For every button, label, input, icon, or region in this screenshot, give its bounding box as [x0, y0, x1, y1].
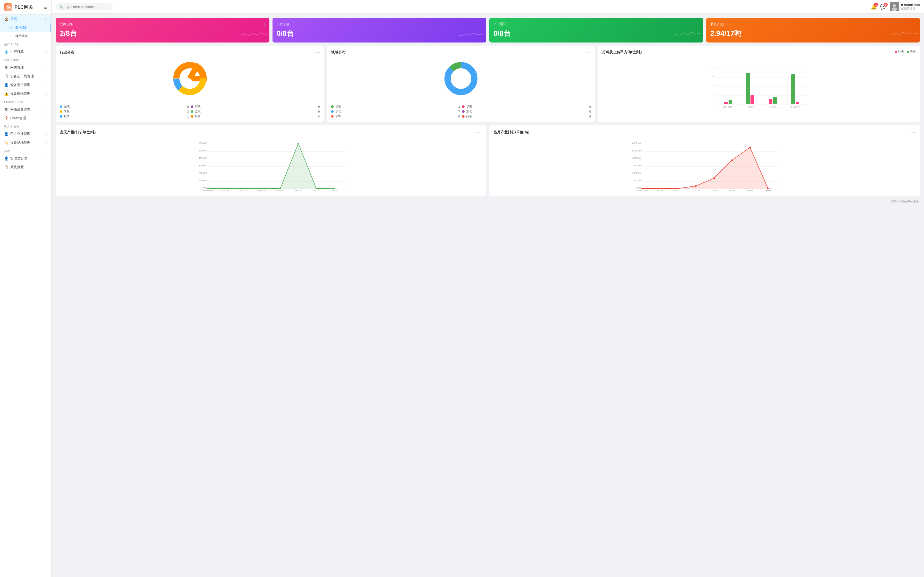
chevron-down-icon: ▼: [45, 18, 47, 21]
industry-legend: 医院 0 部队 0 学校 3 监狱: [60, 105, 320, 118]
svg-text:0.00: 0.00: [202, 187, 207, 189]
svg-text:威斯汀: 威斯汀: [331, 190, 338, 191]
sidebar-item-admin-label: 管理员管理: [10, 156, 27, 161]
svg-text:技术测试: 技术测试: [276, 190, 284, 191]
sidebar-item-client-label: 甲方企业管理: [10, 132, 31, 136]
legend-troops: 部队 0: [191, 105, 320, 108]
svg-point-50: [243, 188, 245, 189]
monthly-line-chart: 0.00 1000.00 2000.00 3000.00 4000.00 500…: [493, 137, 916, 191]
footer: CSDN ©QiYueFangBei...: [56, 199, 920, 204]
sidebar-logo-text: PLC网关: [15, 4, 33, 10]
legend-hotel: 饭店 4: [191, 114, 320, 118]
svg-text:1000.00: 1000.00: [632, 179, 641, 182]
sidebar-item-device-site[interactable]: 🏷️ 设备场地管理 ›: [0, 138, 51, 147]
crash-icon: ❓: [4, 116, 8, 120]
svg-point-48: [207, 188, 209, 189]
charts-row-1: 行业分布 ···: [56, 45, 920, 122]
svg-rect-25: [769, 99, 772, 104]
sidebar-item-admin-mgmt[interactable]: 👤 管理员管理 ›: [0, 154, 51, 163]
chevron-right-icon8: ›: [47, 133, 47, 135]
arrow-up-icon: ↑: [263, 22, 265, 26]
svg-text:3000.00: 3000.00: [199, 164, 207, 167]
search-input[interactable]: [65, 5, 106, 9]
section-label-other: 其他: [0, 147, 51, 154]
search-box[interactable]: 🔍: [56, 3, 112, 10]
svg-text:2000.00: 2000.00: [632, 172, 641, 174]
user-profile[interactable]: nYuserRoot 超级管理员: [890, 2, 920, 11]
chevron-right-icon10: ›: [47, 157, 47, 160]
svg-text:2000.00: 2000.00: [199, 172, 207, 174]
legend-southwest: 西南 0: [462, 114, 591, 118]
legend-today: 今天: [907, 50, 916, 53]
sidebar-item-network-label: 网络流量管理: [10, 107, 31, 112]
content-area: 联网设备 ↑ 2/8台 工作设备 ↓ 0/8台: [52, 14, 924, 577]
svg-text:0.00: 0.00: [636, 187, 641, 189]
svg-point-86: [767, 188, 769, 189]
notif2-badge: 8: [884, 3, 888, 7]
client-icon: 👤: [4, 132, 8, 136]
sidebar-item-crash-label: Crash管理: [10, 116, 26, 121]
chevron-right-icon3: ›: [47, 75, 47, 78]
daily-chart-card: 当天产量排行/单位(吨) ··· 0.00 1000.00 2000.00 30…: [56, 126, 486, 196]
sidebar-item-client-mgmt[interactable]: 👤 甲方企业管理 ›: [0, 130, 51, 138]
stat-cards-row: 联网设备 ↑ 2/8台 工作设备 ↓ 0/8台: [56, 18, 920, 42]
stat-card-plc-value: 0/8台: [493, 29, 699, 39]
sidebar-item-gateway-label: 网关管理: [10, 65, 24, 70]
svg-text:20.00: 20.00: [711, 84, 717, 87]
sidebar-item-production-label: 生产订单: [10, 50, 24, 54]
svg-text:远洋大厦: 远洋大厦: [258, 190, 267, 191]
svg-text:上传甲方: 上传甲方: [768, 106, 777, 108]
svg-text:威斯汀: 威斯汀: [765, 190, 771, 191]
svg-point-54: [315, 188, 317, 189]
upload-chart-title: 打料及上传甲方/单位(吨): [602, 50, 642, 55]
sidebar-item-device-debug[interactable]: ⚠️ 设备调试管理 ›: [0, 89, 51, 98]
sidebar-item-data-stats[interactable]: ○ 数据统计: [0, 23, 51, 32]
section-label-crash: CRASH & 流量: [0, 98, 51, 105]
sidebar-item-sys-settings[interactable]: 📋 系统设置: [0, 163, 51, 172]
wave-decoration2: [458, 30, 484, 40]
sidebar-item-device-online[interactable]: 📋 设备上下线管理 ›: [0, 72, 51, 81]
sidebar-item-network-flow[interactable]: ⊞ 网络流量管理 ›: [0, 105, 51, 114]
search-icon: 🔍: [59, 5, 63, 9]
sidebar-item-map-view[interactable]: ○ 地图展示: [0, 32, 51, 40]
region-chart-card: 地域分布 ···: [327, 45, 595, 122]
legend-east: 华东 1: [331, 105, 460, 108]
region-chart-more[interactable]: ···: [585, 50, 591, 55]
stat-card-working-value: 0/8台: [277, 29, 482, 39]
user-details: nYuserRoot 超级管理员: [901, 3, 920, 11]
legend-hospital: 医院 0: [60, 105, 189, 108]
industry-chart-more[interactable]: ···: [314, 50, 320, 55]
svg-point-51: [262, 188, 263, 189]
svg-text:5000.00: 5000.00: [199, 150, 207, 152]
upload-chart-header: 打料及上传甲方/单位(吨) 昨天 今天: [602, 50, 916, 55]
monthly-chart-more[interactable]: ···: [910, 130, 916, 135]
industry-chart-header: 行业分布 ···: [60, 50, 320, 55]
sidebar-item-production-order[interactable]: 💧 生产订单 ›: [0, 47, 51, 56]
svg-point-52: [279, 188, 281, 189]
svg-text:打料次数: 打料次数: [745, 106, 754, 108]
upload-bar-chart: 0.00 10.00 20.00 30.00 40.00: [602, 56, 916, 108]
svg-point-84: [731, 160, 733, 161]
topbar-right: 🔔 1 💬 8 nYuserRoot 超级管理员: [871, 2, 920, 11]
monthly-chart-card: 当月产量排行/单位(吨) ··· 0.00 1000.00 2000.00 30…: [489, 126, 920, 196]
stat-card-connected-title: 联网设备 ↑: [60, 22, 265, 27]
wave-decoration: [241, 30, 267, 40]
sidebar-menu-toggle[interactable]: ☰: [44, 5, 47, 10]
daily-chart-more[interactable]: ···: [477, 130, 482, 135]
notification-chat-button[interactable]: 💬 8: [880, 3, 887, 10]
sidebar-item-home[interactable]: 🏠 首页 ▼: [0, 15, 51, 23]
svg-rect-28: [796, 102, 799, 104]
svg-rect-21: [724, 102, 728, 104]
sidebar-item-crash-mgmt[interactable]: ❓ Crash管理 ›: [0, 114, 51, 122]
legend-south: 华南 0: [462, 105, 591, 108]
sidebar-item-gateway-mgmt[interactable]: ⊞ 网关管理 ›: [0, 63, 51, 72]
sidebar-item-device-location[interactable]: 👤 设备定位管理 ›: [0, 81, 51, 89]
svg-point-79: [641, 188, 643, 189]
production-icon: 💧: [4, 50, 8, 54]
sidebar-item-site-label: 设备场地管理: [10, 140, 31, 145]
svg-rect-26: [773, 97, 777, 104]
svg-point-81: [677, 188, 678, 189]
notification-bell-button[interactable]: 🔔 1: [871, 3, 877, 10]
section-label-production: 生产 & 订单: [0, 40, 51, 47]
svg-text:10.00: 10.00: [711, 93, 717, 96]
